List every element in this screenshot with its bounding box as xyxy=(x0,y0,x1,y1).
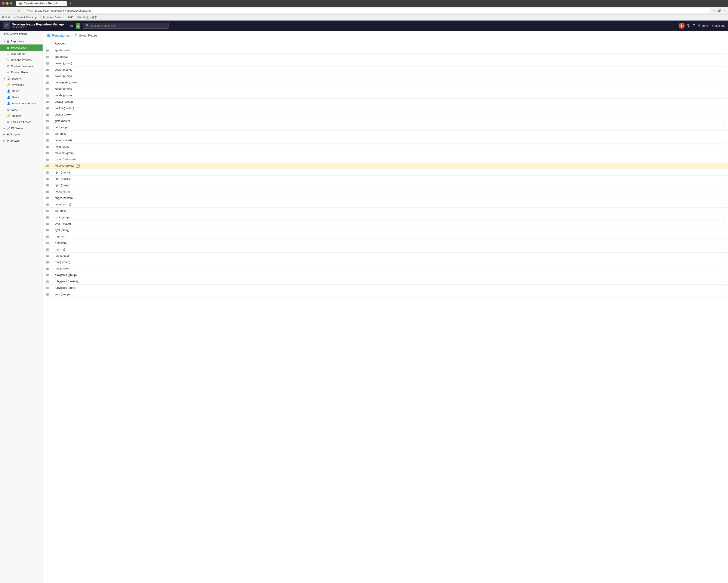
browser-tab[interactable]: 📦 Repositories - Nexus Reposito... ✕ xyxy=(16,1,67,6)
content-selectors-icon: ⊟ xyxy=(7,64,9,68)
table-row[interactable]: ▦npm (proxy)› xyxy=(43,182,728,188)
sidebar-item-ssl-certificates[interactable]: 🖥 SSL Certificates xyxy=(0,119,43,125)
sidebar-group-security[interactable]: ▼ 🔒 Security xyxy=(0,76,43,82)
table-row[interactable]: ▦maven2 (proxy)4› xyxy=(43,163,728,169)
table-row[interactable]: ▦raw (hosted)› xyxy=(43,259,728,265)
breadcrumb-root-link[interactable]: Repositories xyxy=(52,33,70,37)
table-row[interactable]: ▦docker (hosted)› xyxy=(43,105,728,111)
table-row[interactable]: ▦cocoapods (proxy)› xyxy=(43,79,728,86)
table-row[interactable]: ▦bower (proxy)› xyxy=(43,73,728,79)
table-row[interactable]: ▦nuget (proxy)› xyxy=(43,201,728,208)
row-chevron-icon: › xyxy=(720,113,725,116)
sidebar-routing-rules-label: Routing Rules xyxy=(11,71,28,74)
table-row[interactable]: ▦pypi (hosted)› xyxy=(43,220,728,227)
help-icon[interactable]: ? xyxy=(693,24,695,28)
back-button[interactable]: ← xyxy=(2,8,8,13)
table-row[interactable]: ▦helm (hosted)› xyxy=(43,137,728,143)
sidebar-group-support[interactable]: ▶ ⊠ Support xyxy=(0,131,43,137)
browse-button[interactable]: ▦ xyxy=(69,23,74,29)
bookmark-dhc[interactable]: DHC xyxy=(68,16,74,19)
table-row[interactable]: ▦apt (proxy)› xyxy=(43,54,728,60)
table-row[interactable]: ▦r (hosted)› xyxy=(43,240,728,246)
reload-button[interactable]: ↻ xyxy=(17,8,22,13)
row-chevron-icon: › xyxy=(720,171,725,174)
sidebar-users-label: Users xyxy=(12,96,19,99)
row-chevron-icon: › xyxy=(720,222,725,225)
row-chevron-icon: › xyxy=(720,49,725,52)
table-row[interactable]: ▦nuget (group)› xyxy=(43,188,728,195)
minimize-dot[interactable] xyxy=(6,2,8,5)
sidebar-item-roles[interactable]: 👤 Roles xyxy=(0,88,43,94)
table-header-recipe-col[interactable]: Recipe ↑ xyxy=(55,42,720,45)
row-chevron-icon: › xyxy=(720,235,725,238)
table-row[interactable]: ▦p2 (proxy)› xyxy=(43,208,728,214)
table-row[interactable]: ▦raw (group)› xyxy=(43,253,728,259)
table-row[interactable]: ▦docker (group)› xyxy=(43,99,728,105)
search-input[interactable] xyxy=(91,24,166,27)
sidebar-item-content-selectors[interactable]: ⊟ Content Selectors xyxy=(0,63,43,69)
address-bar[interactable]: 不安全 10.211.55.74:8081/#admin/repository/… xyxy=(24,8,711,13)
table-row[interactable]: ▦rubygems (group)› xyxy=(43,272,728,278)
bookmark-projects[interactable]: 📁 Projects - Dashbo... xyxy=(39,16,66,19)
table-row[interactable]: ▦npm (group)› xyxy=(43,169,728,176)
close-dot[interactable] xyxy=(2,2,5,5)
table-row[interactable]: ▦helm (proxy)› xyxy=(43,143,728,150)
menu-icon[interactable]: ⋮ xyxy=(723,9,726,12)
table-row[interactable]: ▦conan (proxy)› xyxy=(43,86,728,92)
sidebar-item-privileges[interactable]: 🔑 Privileges xyxy=(0,82,43,88)
table-row[interactable]: ▦bower (group)› xyxy=(43,60,728,67)
extension-icon[interactable]: 🧩 xyxy=(718,9,721,12)
table-row[interactable]: ▦npm (hosted)› xyxy=(43,176,728,182)
table-row[interactable]: ▦pypi (group)› xyxy=(43,214,728,220)
table-row[interactable]: ▦r (group)› xyxy=(43,233,728,240)
table-row[interactable]: ▦maven2 (group)› xyxy=(43,150,728,156)
table-row[interactable]: ▦docker (proxy)› xyxy=(43,111,728,118)
sidebar-item-realms[interactable]: 🔑 Realms xyxy=(0,113,43,119)
sidebar-item-ldap[interactable]: 🖥 LDAP xyxy=(0,106,43,113)
row-chevron-icon: › xyxy=(720,164,725,167)
sidebar-item-repositories[interactable]: ▦ Repositories xyxy=(0,45,43,51)
sidebar-group-system[interactable]: ▶ ⚙ System xyxy=(0,137,43,144)
row-recipe-label: pypi (proxy) xyxy=(55,229,720,232)
sidebar-item-cleanup-policies[interactable]: ✎ Cleanup Policies xyxy=(0,57,43,63)
table-row[interactable]: ▦r (proxy)› xyxy=(43,246,728,253)
signout-button[interactable]: ⎋ Sign out xyxy=(712,24,725,27)
alert-icon[interactable]: ! xyxy=(679,23,684,29)
bookmark-apps[interactable]: ⊞ 应用 xyxy=(2,16,10,19)
admin-label: admin xyxy=(702,24,709,27)
table-row[interactable]: ▦raw (proxy)› xyxy=(43,265,728,272)
table-row[interactable]: ▦gitlfs (hosted)› xyxy=(43,118,728,124)
table-row[interactable]: ▦rubygems (proxy)› xyxy=(43,285,728,291)
sidebar-item-routing-rules[interactable]: ⇌ Routing Rules xyxy=(0,69,43,76)
bookmark-outlook[interactable]: 📧 Outlook Web App xyxy=(12,16,36,19)
tab-close-button[interactable]: ✕ xyxy=(62,2,64,5)
table-row[interactable]: ▦pypi (proxy)› xyxy=(43,227,728,233)
table-row[interactable]: ▦yum (group)› xyxy=(43,291,728,297)
row-recipe-icon: ▦ xyxy=(46,171,55,174)
sidebar-item-users[interactable]: 👤 Users xyxy=(0,94,43,100)
table-row[interactable]: ▦nuget (hosted)› xyxy=(43,195,728,201)
search-bar-container[interactable]: 🔍 xyxy=(83,23,168,29)
table-row[interactable]: ▦conda (proxy)› xyxy=(43,92,728,99)
sidebar-item-anonymous-access[interactable]: 👤 Anonymous Access xyxy=(0,100,43,106)
sidebar-item-blob-stores[interactable]: ⊞ Blob Stores xyxy=(0,51,43,57)
admin-button[interactable]: ⚙ xyxy=(76,23,80,29)
sidebar-group-repository[interactable]: ▼ ▦ Repository xyxy=(0,38,43,45)
forward-button[interactable]: → xyxy=(9,8,15,13)
admin-user-button[interactable]: 👤 admin xyxy=(697,24,709,27)
table-row[interactable]: ▦bower (hosted)› xyxy=(43,67,728,73)
table-row[interactable]: ▦apt (hosted)› xyxy=(43,47,728,54)
bookmark-misc[interactable]: 过客～勋む～有志... xyxy=(76,16,99,19)
maximize-dot[interactable] xyxy=(10,2,12,5)
row-recipe-label: rubygems (group) xyxy=(55,273,720,276)
table-row[interactable]: ▦go (proxy)› xyxy=(43,131,728,137)
sidebar-group-iq-server[interactable]: ◀ 🔗 IQ Server xyxy=(0,125,43,131)
bookmark-icon[interactable]: ☆ xyxy=(713,9,716,12)
table-row[interactable]: ▦rubygems (hosted)› xyxy=(43,278,728,285)
table-row[interactable]: ▦go (group)› xyxy=(43,124,728,131)
new-tab-button[interactable]: + xyxy=(70,1,72,5)
table-row[interactable]: ▦maven2 (hosted)› xyxy=(43,156,728,163)
refresh-icon[interactable]: ↻ xyxy=(687,23,691,28)
breadcrumb-icon: ▦ xyxy=(47,33,50,37)
sidebar-repository-children: ▦ Repositories ⊞ Blob Stores ✎ Cleanup P… xyxy=(0,45,43,76)
